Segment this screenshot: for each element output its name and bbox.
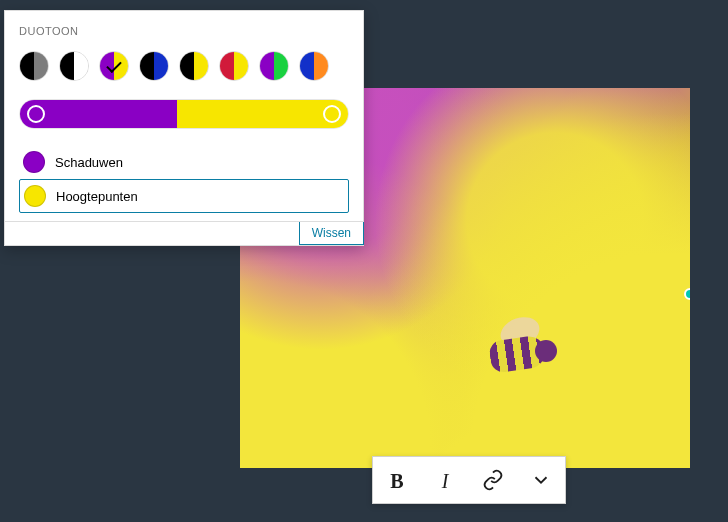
clear-button[interactable]: Wissen [299,222,364,245]
italic-button[interactable]: I [421,457,469,505]
duotone-panel: DUOTOON Schaduwen Hoogtepunten Wissen [4,10,364,246]
highlight-color-dot [24,185,46,207]
highlights-row[interactable]: Hoogtepunten [19,179,349,213]
duotone-swatch-7[interactable] [299,51,329,81]
duotone-swatch-5[interactable] [219,51,249,81]
duotone-swatch-row [19,51,349,81]
duotone-swatch-1[interactable] [59,51,89,81]
gradient-knob-highlight[interactable] [323,105,341,123]
italic-icon: I [442,470,449,493]
bold-button[interactable]: B [373,457,421,505]
duotone-swatch-2[interactable] [99,51,129,81]
highlights-label: Hoogtepunten [56,189,138,204]
shadows-label: Schaduwen [55,155,123,170]
duotone-swatch-4[interactable] [179,51,209,81]
panel-footer: Wissen [5,221,363,245]
shadows-row[interactable]: Schaduwen [19,145,349,179]
link-icon [482,469,504,494]
bee-illustration [450,318,570,378]
panel-title: DUOTOON [19,25,349,37]
duotone-swatch-6[interactable] [259,51,289,81]
shadow-color-dot [23,151,45,173]
resize-handle-right[interactable] [684,288,690,300]
format-toolbar: B I [372,456,566,504]
duotone-swatch-3[interactable] [139,51,169,81]
link-button[interactable] [469,457,517,505]
more-button[interactable] [517,457,565,505]
chevron-down-icon [530,469,552,494]
duotone-swatch-0[interactable] [19,51,49,81]
duotone-gradient-slider[interactable] [19,99,349,129]
bold-icon: B [390,470,403,493]
flower-petals [240,288,690,468]
gradient-knob-shadow[interactable] [27,105,45,123]
